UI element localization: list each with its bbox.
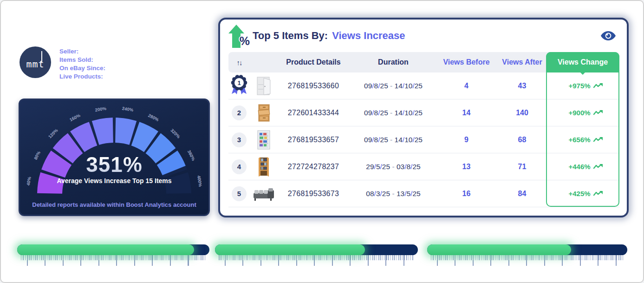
rank-badge: 5 — [232, 186, 247, 201]
views-before-value: 16 — [437, 190, 495, 198]
slider-fill[interactable] — [427, 244, 571, 255]
trending-up-icon — [593, 110, 603, 116]
product-image-cell — [250, 156, 278, 178]
rank-badge: 2 — [232, 105, 247, 120]
views-change-value: +975% — [568, 82, 590, 90]
seller-info: mmt Seller: Items Sold: On eBay Since: L… — [20, 46, 105, 81]
table-row: 5 276819533673 08/3/25 - 13/5/25 16 — [228, 180, 619, 207]
views-change-value: +900% — [568, 109, 590, 117]
column-product-details: Product Details — [278, 58, 349, 66]
table-row: 3 276819533657 09/ — [228, 126, 619, 153]
table-row: 4 272724278237 29/ — [228, 153, 619, 180]
views-after-value: 84 — [495, 190, 549, 198]
column-views-after: Views After — [495, 58, 549, 66]
seller-label: Seller: — [59, 47, 105, 56]
svg-text:1: 1 — [237, 79, 241, 86]
rank-1-rosette-badge: 1 — [230, 74, 248, 96]
on-ebay-since-label: On eBay Since: — [59, 64, 105, 72]
logo-ascender — [41, 51, 42, 62]
item-number: 276819533657 — [278, 136, 349, 144]
gauge-value: 351% — [20, 152, 208, 177]
views-change-value: +446% — [568, 163, 590, 171]
svg-text:320%: 320% — [169, 128, 181, 139]
slider-fill[interactable] — [17, 244, 194, 255]
views-before-value: 9 — [437, 136, 495, 144]
rank-cell: 5 — [228, 186, 250, 201]
views-change-cell: +425% — [549, 190, 622, 197]
trending-up-icon — [593, 164, 603, 170]
trending-up-icon — [593, 191, 603, 197]
progress-slider-1[interactable] — [17, 244, 209, 255]
gauge-caption: Detailed reports available within Boost … — [20, 201, 208, 208]
product-image-stocked-cabinet — [254, 129, 273, 151]
views-after-value: 140 — [495, 109, 549, 117]
average-views-gauge-panel: 40%80%120%160%200%240%280%320%360%400% 3… — [19, 99, 210, 216]
seller-labels: Seller: Items Sold: On eBay Since: Live … — [59, 46, 105, 81]
trending-up-icon — [593, 137, 603, 143]
item-number: 272724278237 — [278, 163, 349, 171]
item-number: 272601433344 — [278, 109, 349, 117]
progress-slider-3[interactable] — [427, 244, 627, 255]
views-change-cell: +900% — [549, 109, 622, 117]
product-image-wooden-bookcase — [254, 156, 273, 178]
product-image-cell — [250, 129, 278, 151]
views-change-cell: +656% — [549, 136, 622, 144]
product-image-corner-sofa — [253, 184, 275, 203]
views-after-value: 43 — [495, 82, 549, 90]
top5-items-card: % Top 5 Items By: Views Increase ↑↓ Prod… — [218, 18, 629, 217]
rank-badge: 4 — [232, 159, 247, 174]
dashboard-page: mmt Seller: Items Sold: On eBay Since: L… — [0, 0, 644, 283]
card-title: Top 5 Items By: — [253, 30, 328, 42]
card-title-metric-selector[interactable]: Views Increase — [332, 30, 405, 42]
table-header-row: ↑↓ Product Details Duration Views Before… — [228, 52, 619, 72]
svg-text:280%: 280% — [147, 112, 160, 122]
item-number: 276819533660 — [278, 82, 349, 90]
views-change-value: +656% — [568, 136, 590, 144]
svg-text:200%: 200% — [95, 105, 107, 112]
percent-up-arrow-icon: % — [228, 24, 248, 48]
rank-cell: 3 — [228, 132, 250, 147]
mmt-logo: mmt — [20, 46, 51, 78]
trending-up-icon — [593, 83, 603, 89]
sort-icon[interactable]: ↑↓ — [228, 59, 250, 66]
rank-cell: 2 — [228, 105, 250, 120]
views-after-value: 68 — [495, 136, 549, 144]
eye-icon[interactable] — [601, 31, 616, 41]
table-row: 1 276819533660 09/8/25 - 14/10/25 4 43 — [228, 72, 619, 99]
views-change-value: +425% — [568, 190, 590, 197]
views-before-value: 13 — [437, 163, 495, 171]
progress-slider-2[interactable] — [215, 244, 418, 255]
views-before-value: 14 — [437, 109, 495, 117]
card-header: % Top 5 Items By: Views Increase — [220, 20, 627, 52]
duration: 29/5/25 - 03/8/25 — [349, 163, 437, 171]
duration: 09/8/25 - 14/10/25 — [349, 109, 437, 117]
product-image-cell — [250, 102, 278, 124]
live-products-label: Live Products: — [59, 72, 105, 81]
product-image-cell — [250, 184, 278, 203]
duration: 08/3/25 - 13/5/25 — [349, 190, 437, 198]
svg-text:240%: 240% — [122, 105, 134, 112]
views-after-value: 71 — [495, 163, 549, 171]
top5-table: ↑↓ Product Details Duration Views Before… — [228, 52, 619, 207]
rank-cell: 1 — [228, 74, 250, 98]
item-number: 276819533673 — [278, 190, 349, 198]
column-duration: Duration — [349, 58, 437, 66]
svg-text:120%: 120% — [47, 127, 59, 139]
percent-sign: % — [240, 34, 250, 48]
items-sold-label: Items Sold: — [59, 56, 105, 64]
rank-cell: 4 — [228, 159, 250, 174]
product-image-wooden-drawer-unit — [254, 102, 273, 124]
product-image-white-cabinet — [254, 75, 273, 97]
rank-badge: 3 — [232, 132, 247, 147]
gauge-subtitle: Average Views Increase Top 15 Items — [20, 177, 208, 184]
duration: 09/8/25 - 14/10/25 — [349, 136, 437, 144]
svg-text:160%: 160% — [69, 112, 81, 122]
slider-fill[interactable] — [215, 244, 365, 255]
views-change-cell: +446% — [549, 163, 622, 171]
product-image-cell — [250, 75, 278, 97]
views-before-value: 4 — [437, 82, 495, 90]
table-row: 2 272601433344 09/8/25 - 14/10/25 14 140 — [228, 99, 619, 126]
column-views-before: Views Before — [437, 58, 495, 66]
duration: 09/8/25 - 14/10/25 — [349, 82, 437, 90]
views-change-cell: +975% — [549, 82, 622, 90]
